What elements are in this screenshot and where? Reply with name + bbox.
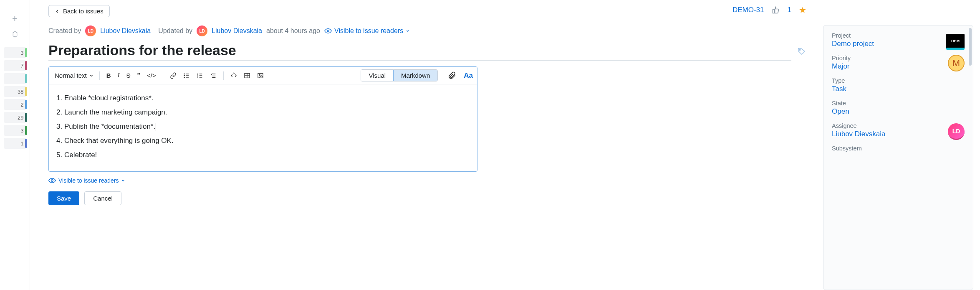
rail-item[interactable]: 3 <box>4 47 26 58</box>
rail-item[interactable] <box>4 73 26 84</box>
field-label: Assignee <box>832 122 965 129</box>
add-icon[interactable]: + <box>12 13 18 24</box>
issue-meta: Created by LD Liubov Dievskaia Updated b… <box>48 25 806 36</box>
field-label: Priority <box>832 55 965 61</box>
italic-button[interactable]: I <box>115 70 122 81</box>
editor-mode-toggle: Visual Markdown <box>361 69 438 81</box>
field-label: Type <box>832 77 965 84</box>
markdown-mode-button[interactable]: Markdown <box>393 70 437 81</box>
back-button[interactable]: Back to issues <box>48 5 110 17</box>
field-label: State <box>832 100 965 107</box>
creator-link[interactable]: Liubov Dievskaia <box>100 27 151 35</box>
text-format-button[interactable]: Aa <box>464 71 473 80</box>
updated-by-label: Updated by <box>158 27 192 35</box>
field-subsystem[interactable]: Subsystem <box>832 145 965 152</box>
svg-point-1 <box>327 30 329 32</box>
tag-icon[interactable] <box>797 47 806 56</box>
settings-icon[interactable] <box>12 31 18 38</box>
field-value: Open <box>832 107 965 116</box>
editor-line: 3. Publish the *documentation*. <box>56 120 470 134</box>
svg-point-2 <box>799 49 801 51</box>
visual-mode-button[interactable]: Visual <box>361 70 393 81</box>
cancel-button[interactable]: Cancel <box>84 191 121 205</box>
rail-item[interactable]: 1 <box>4 138 26 149</box>
strike-button[interactable]: S <box>124 70 133 81</box>
code-button[interactable]: </> <box>144 70 159 81</box>
svg-marker-0 <box>13 31 17 37</box>
priority-badge: M <box>948 55 965 71</box>
quote-button[interactable]: ” <box>135 70 143 81</box>
svg-point-8 <box>184 77 184 77</box>
scrollbar[interactable] <box>969 28 972 66</box>
field-priority[interactable]: Priority Major M <box>832 55 965 71</box>
field-project[interactable]: Project Demo project DEM <box>832 32 965 48</box>
updater-avatar: LD <box>197 25 207 36</box>
rail-item[interactable]: 2 <box>4 99 26 110</box>
project-badge: DEM <box>946 34 965 50</box>
editor-line: 1. Enable *cloud registrations*. <box>56 91 470 105</box>
svg-rect-21 <box>258 73 263 78</box>
separator <box>99 71 100 80</box>
bullet-list-button[interactable] <box>181 71 192 81</box>
main-content: Back to issues DEMO-31 1 ★ Created by LD… <box>30 0 823 290</box>
updater-link[interactable]: Liubov Dievskaia <box>212 27 262 35</box>
attachment-button[interactable] <box>448 71 456 80</box>
editor-line: 4. Check that everything is going OK. <box>56 134 470 148</box>
field-label: Subsystem <box>832 145 965 152</box>
vote-count: 1 <box>788 6 791 14</box>
save-button[interactable]: Save <box>48 191 79 205</box>
eye-icon <box>324 27 332 35</box>
style-label: Normal text <box>55 72 87 79</box>
editor-toolbar: Normal text B I S ” </> 123 <box>49 67 477 84</box>
rail-item[interactable]: 38 <box>4 86 26 97</box>
separator <box>163 71 163 80</box>
creator-avatar: LD <box>85 25 96 36</box>
updated-ago: about 4 hours ago <box>266 27 320 35</box>
rail-item[interactable]: 29 <box>4 112 26 123</box>
field-state[interactable]: State Open <box>832 100 965 116</box>
editor-line: 5. Celebrate! <box>56 148 470 162</box>
field-value: Major <box>832 62 965 71</box>
svg-point-6 <box>184 74 184 74</box>
svg-point-23 <box>51 180 53 182</box>
visibility-toggle[interactable]: Visible to issue readers <box>324 27 410 35</box>
field-type[interactable]: Type Task <box>832 77 965 93</box>
description-editor: Normal text B I S ” </> 123 <box>48 66 477 172</box>
description-visibility[interactable]: Visible to issue readers <box>48 177 125 184</box>
field-value: Liubov Dievskaia <box>832 130 965 138</box>
image-button[interactable] <box>255 71 266 81</box>
editor-textarea[interactable]: 1. Enable *cloud registrations*.2. Launc… <box>49 84 477 171</box>
field-value: Demo project <box>832 40 965 48</box>
visibility-label: Visible to issue readers <box>58 177 119 184</box>
visibility-label: Visible to issue readers <box>334 27 403 35</box>
chevron-left-icon <box>55 9 60 14</box>
checklist-button[interactable] <box>207 71 219 81</box>
ordered-list-button[interactable]: 123 <box>194 71 206 81</box>
star-icon[interactable]: ★ <box>799 5 806 15</box>
text-style-select[interactable]: Normal text <box>53 71 95 80</box>
field-assignee[interactable]: Assignee Liubov Dievskaia LD <box>832 122 965 138</box>
issue-fields-panel: Project Demo project DEM Priority Major … <box>823 25 973 290</box>
svg-point-22 <box>259 74 260 76</box>
svg-point-7 <box>184 75 184 76</box>
rail-item[interactable]: 3 <box>4 125 26 136</box>
issue-title[interactable]: Preparations for the release <box>48 42 791 61</box>
nav-rail: + 373822931 <box>0 0 30 290</box>
editor-line: 2. Launch the marketing campaign. <box>56 105 470 120</box>
rail-item[interactable]: 7 <box>4 60 26 71</box>
thumbs-up-icon[interactable] <box>772 6 780 14</box>
field-label: Project <box>832 32 965 39</box>
link-button[interactable] <box>167 71 179 81</box>
svg-text:3: 3 <box>197 76 198 78</box>
eye-icon <box>48 177 56 184</box>
code-block-button[interactable] <box>228 71 240 81</box>
assignee-avatar: LD <box>948 123 965 140</box>
bold-button[interactable]: B <box>104 70 114 81</box>
chevron-down-icon <box>121 178 125 183</box>
chevron-down-icon <box>406 29 410 33</box>
table-button[interactable] <box>241 71 253 81</box>
separator <box>223 71 224 80</box>
issue-id[interactable]: DEMO-31 <box>732 6 764 14</box>
header-actions: DEMO-31 1 ★ <box>732 5 806 15</box>
chevron-down-icon <box>89 74 93 78</box>
